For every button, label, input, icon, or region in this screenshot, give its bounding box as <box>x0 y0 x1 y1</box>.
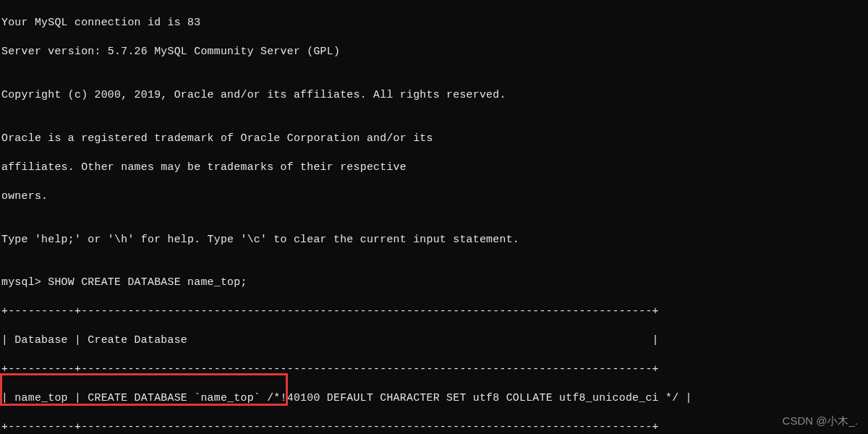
prompt-line: mysql> SHOW CREATE DATABASE name_top; <box>1 276 867 290</box>
table-header: | Database | Create Database | <box>1 333 867 348</box>
table-row: | name_top | CREATE DATABASE `name_top` … <box>1 391 867 406</box>
output-line: affiliates. Other names may be trademark… <box>1 161 867 175</box>
table-border: +----------+----------------------------… <box>1 305 867 319</box>
output-line: Copyright (c) 2000, 2019, Oracle and/or … <box>1 88 867 103</box>
output-line: Server version: 5.7.26 MySQL Community S… <box>1 45 867 59</box>
output-line: Oracle is a registered trademark of Orac… <box>1 132 867 146</box>
output-line: owners. <box>1 190 867 204</box>
terminal-output[interactable]: Your MySQL connection id is 83 Server ve… <box>1 1 867 434</box>
output-line: Your MySQL connection id is 83 <box>1 16 867 30</box>
table-border: +----------+----------------------------… <box>1 362 867 377</box>
output-line: Type 'help;' or '\h' for help. Type '\c'… <box>1 233 867 247</box>
table-border: +----------+----------------------------… <box>1 420 867 434</box>
watermark-text: CSDN @小木_. <box>783 414 858 428</box>
